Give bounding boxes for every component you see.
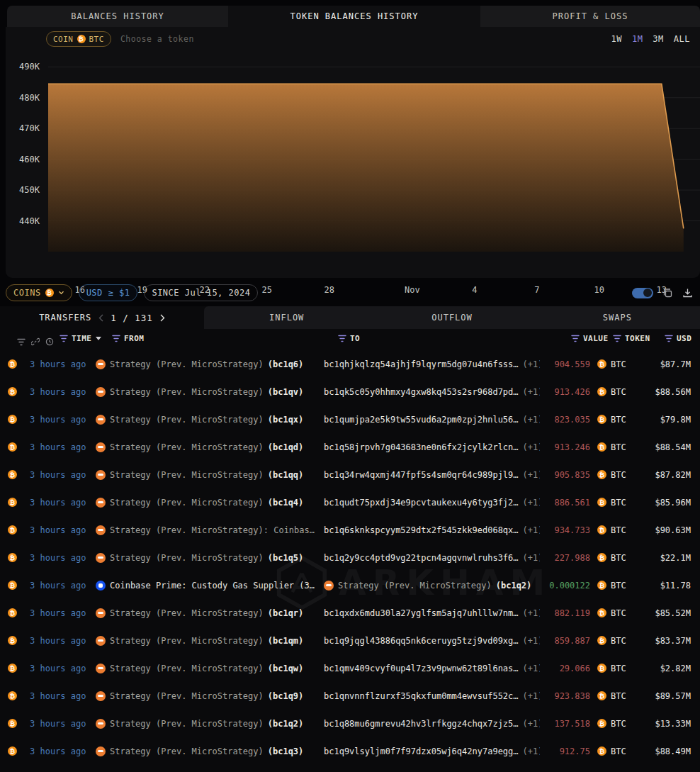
choose-token-placeholder[interactable]: Choose a token: [120, 34, 194, 44]
tab-balances-history[interactable]: BALANCES HISTORY: [7, 6, 228, 27]
from-entity-label[interactable]: Strategy (Prev. MicroStrategy): [110, 691, 264, 701]
transfer-value: 227.988: [540, 553, 590, 563]
copy-button[interactable]: [662, 288, 673, 298]
to-address[interactable]: bc1q2y9cc4ptd9vg22tpcn4agqvnwlruhs3f6…: [324, 553, 519, 563]
transfer-time[interactable]: 3 hours ago: [30, 664, 96, 673]
strategy-icon: [96, 415, 106, 425]
from-address-suffix[interactable]: (bc1qm): [268, 636, 304, 646]
download-button[interactable]: [682, 288, 693, 298]
transfer-row: ₿3 hours agoStrategy (Prev. MicroStrateg…: [0, 627, 700, 654]
range-button-1w[interactable]: 1W: [611, 34, 621, 44]
transfer-row: ₿3 hours agoStrategy (Prev. MicroStrateg…: [0, 599, 700, 627]
to-address[interactable]: bc1q6sknkspcyym529dtx2f545zkk9ed068qx…: [324, 525, 519, 535]
transfer-time[interactable]: 3 hours ago: [30, 608, 96, 618]
to-cell: bc1q34rw4qxmj447fpf5s4sm0qr64c989pjl9…(+…: [324, 470, 540, 480]
to-address[interactable]: bc1qhjkqlzq54ajhjf9lqyrm5dg07u4n6fsss…: [324, 359, 519, 369]
coins-filter-pill[interactable]: COINS ₿: [6, 284, 72, 301]
transfer-time[interactable]: 3 hours ago: [30, 581, 96, 591]
transfer-value: 905.835: [540, 470, 590, 480]
column-token[interactable]: TOKEN: [613, 334, 650, 343]
from-address-suffix[interactable]: (bc1qr): [268, 608, 304, 618]
column-to[interactable]: TO: [338, 334, 360, 343]
filter-icon[interactable]: [17, 335, 26, 349]
from-address-suffix[interactable]: (bc1qx): [268, 415, 304, 425]
from-entity-label[interactable]: Strategy (Prev. MicroStrategy): [110, 359, 264, 369]
transfer-time[interactable]: 3 hours ago: [30, 470, 96, 480]
tab-swaps[interactable]: SWAPS: [535, 306, 700, 329]
to-address-suffix[interactable]: (bc1q2): [496, 581, 532, 591]
range-button-all[interactable]: ALL: [674, 34, 690, 44]
column-value[interactable]: VALUE: [571, 334, 609, 343]
to-address[interactable]: bc1q9vlsyljm0f7f97dzx05wj6q42ny7a9egg…: [324, 746, 519, 756]
to-cell: bc1qhjkqlzq54ajhjf9lqyrm5dg07u4n6fsss…(+…: [324, 359, 540, 369]
prev-page-button[interactable]: [98, 314, 103, 322]
next-page-button[interactable]: [160, 314, 165, 322]
transfer-row: ₿3 hours agoCoinbase Prime: Custody Gas …: [0, 571, 700, 599]
from-entity-label[interactable]: Strategy (Prev. MicroStrategy): [110, 719, 264, 729]
tab-profit-and-loss[interactable]: PROFIT & LOSS: [480, 6, 700, 27]
since-filter-pill[interactable]: SINCE Jul 15, 2024: [144, 284, 258, 301]
tab-transfers[interactable]: TRANSFERS 1 / 131: [0, 306, 204, 329]
from-address-suffix[interactable]: (bc1q3): [268, 746, 304, 756]
from-address-suffix[interactable]: (bc1q6): [268, 359, 304, 369]
transfer-time[interactable]: 3 hours ago: [30, 525, 96, 535]
from-entity-label[interactable]: Strategy (Prev. MicroStrategy): [110, 746, 264, 756]
from-entity-label[interactable]: Strategy (Prev. MicroStrategy): [110, 608, 264, 618]
to-address[interactable]: bc1q88mu6gmrevu42hv3lrfkggz4chqx7zjz5…: [324, 719, 519, 729]
from-entity-label[interactable]: Strategy (Prev. MicroStrategy): [110, 636, 264, 646]
from-entity-label[interactable]: Strategy (Prev. MicroStrategy): [110, 553, 264, 563]
clock-icon[interactable]: [45, 335, 54, 349]
from-entity-label[interactable]: Strategy (Prev. MicroStrategy): [110, 415, 264, 425]
from-entity-label[interactable]: Strategy (Prev. MicroStrategy): [110, 470, 264, 480]
from-address-suffix[interactable]: (bc1q9): [268, 691, 304, 701]
transfer-time[interactable]: 3 hours ago: [30, 415, 96, 425]
to-address[interactable]: bc1qk5c05y0hhmxy4gxw8kq453s2sr968d7pd…: [324, 387, 519, 397]
to-address[interactable]: bc1qudt75pxdj34e9pcvtaukexu4y6tyg3fj2…: [324, 498, 519, 508]
to-address[interactable]: bc1qumjpa2e5k9tw55vud6a2pm0zpj2hnlu56…: [324, 415, 519, 425]
transfer-time[interactable]: 3 hours ago: [30, 387, 96, 397]
from-address-suffix[interactable]: (bc1qv): [268, 387, 304, 397]
usd-filter-pill[interactable]: USD ≥ $1: [79, 284, 138, 301]
from-address-suffix[interactable]: (bc1qq): [268, 470, 304, 480]
selected-token-pill[interactable]: COIN ₿ BTC: [46, 31, 111, 47]
to-address[interactable]: bc1qxdx6mdu30la27yglfsm5ajq7uhlllw7nm…: [324, 608, 519, 618]
transfer-time[interactable]: 3 hours ago: [30, 636, 96, 646]
from-address-suffix[interactable]: (bc1q2): [268, 719, 304, 729]
range-button-3m[interactable]: 3M: [653, 34, 663, 44]
transfer-time[interactable]: 3 hours ago: [30, 746, 96, 756]
usd-values-toggle[interactable]: [632, 288, 653, 298]
tab-token-balances-history[interactable]: TOKEN BALANCES HISTORY: [228, 6, 480, 27]
from-entity-label[interactable]: Strategy (Prev. MicroStrategy): [110, 442, 264, 452]
column-from[interactable]: FROM: [112, 334, 145, 343]
to-address[interactable]: bc1q34rw4qxmj447fpf5s4sm0qr64c989pjl9…: [324, 470, 519, 480]
transfer-time[interactable]: 3 hours ago: [30, 553, 96, 563]
tab-inflow[interactable]: INFLOW: [204, 306, 369, 329]
to-address[interactable]: bc1qmv409cvyf0up4l7z3v9pwnw62t89l6nas…: [324, 664, 519, 673]
from-address-suffix[interactable]: (bc1qd): [268, 442, 304, 452]
to-address[interactable]: bc1q58jrpvh7g043683ne0n6fx2jcylk2rlcn…: [324, 442, 519, 452]
from-entity-label[interactable]: Strategy (Prev. MicroStrategy): Coinbas…: [110, 525, 315, 535]
from-address-suffix[interactable]: (bc1q5): [268, 553, 304, 563]
from-entity-label[interactable]: Strategy (Prev. MicroStrategy): [110, 498, 264, 508]
from-entity-label[interactable]: Coinbase Prime: Custody Gas Supplier (3…: [110, 581, 315, 591]
transfer-time[interactable]: 3 hours ago: [30, 498, 96, 508]
from-entity-label[interactable]: Strategy (Prev. MicroStrategy): [110, 664, 264, 673]
to-address[interactable]: bc1q9jqgl43886qq5nk6ceruyg5tzj9vd09xg…: [324, 636, 519, 646]
range-button-1m[interactable]: 1M: [632, 34, 643, 44]
link-icon[interactable]: [31, 335, 40, 349]
transfer-time[interactable]: 3 hours ago: [30, 719, 96, 729]
from-address-suffix[interactable]: (bc1q4): [268, 498, 304, 508]
from-address-suffix[interactable]: (bc1qw): [268, 664, 304, 673]
from-entity-label[interactable]: Strategy (Prev. MicroStrategy): [110, 387, 264, 397]
to-address[interactable]: bc1qnvnnflzurxf35qkxfum0mm4ewvsuf552c…: [324, 691, 519, 701]
column-time[interactable]: TIME: [60, 334, 101, 343]
to-entity-label[interactable]: Strategy (Prev. MicroStrategy): [338, 581, 492, 591]
transfer-time[interactable]: 3 hours ago: [30, 359, 96, 369]
btc-icon: ₿: [597, 525, 606, 535]
token-cell-icon: ₿: [0, 387, 30, 396]
transfer-time[interactable]: 3 hours ago: [30, 442, 96, 452]
transfer-time[interactable]: 3 hours ago: [30, 691, 96, 701]
tab-outflow[interactable]: OUTFLOW: [369, 306, 534, 329]
balance-area-chart[interactable]: [48, 57, 700, 252]
column-usd[interactable]: USD: [665, 334, 691, 343]
